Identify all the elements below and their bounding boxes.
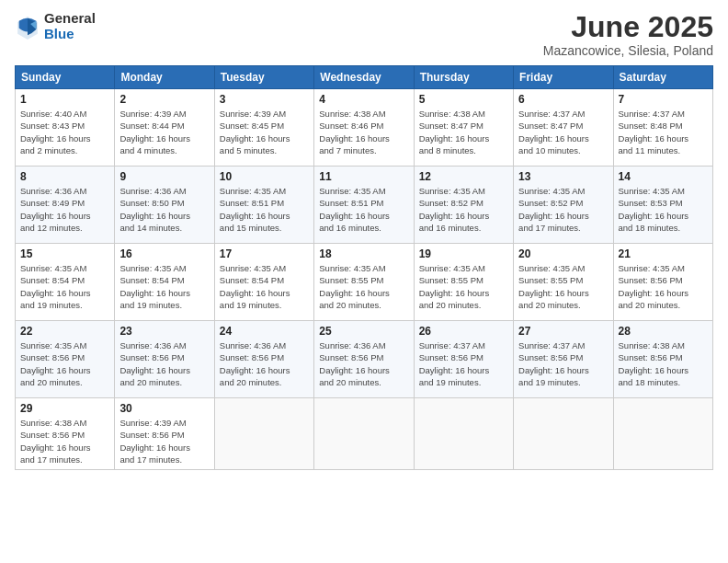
day-info: Sunrise: 4:36 AM Sunset: 8:56 PM Dayligh… <box>119 339 209 388</box>
calendar-header-row: Sunday Monday Tuesday Wednesday Thursday… <box>16 66 713 89</box>
day-number: 10 <box>220 170 309 183</box>
day-info: Sunrise: 4:39 AM Sunset: 8:44 PM Dayligh… <box>119 108 209 156</box>
day-info: Sunrise: 4:38 AM Sunset: 8:46 PM Dayligh… <box>319 108 408 156</box>
day-number: 2 <box>119 93 209 106</box>
table-row: 7Sunrise: 4:37 AM Sunset: 8:48 PM Daylig… <box>613 89 712 167</box>
logo: General Blue <box>15 11 96 41</box>
day-number: 9 <box>119 170 209 183</box>
day-number: 17 <box>220 247 309 260</box>
calendar-title: June 2025 <box>543 11 713 43</box>
table-row: 2Sunrise: 4:39 AM Sunset: 8:44 PM Daylig… <box>115 89 214 167</box>
day-info: Sunrise: 4:36 AM Sunset: 8:56 PM Dayligh… <box>220 339 309 388</box>
table-row: 19Sunrise: 4:35 AM Sunset: 8:55 PM Dayli… <box>414 244 513 321</box>
day-info: Sunrise: 4:37 AM Sunset: 8:56 PM Dayligh… <box>518 339 608 388</box>
table-row: 23Sunrise: 4:36 AM Sunset: 8:56 PM Dayli… <box>115 321 214 398</box>
col-monday: Monday <box>115 66 214 89</box>
col-wednesday: Wednesday <box>314 66 414 89</box>
day-number: 1 <box>20 93 109 106</box>
day-number: 23 <box>119 325 209 338</box>
day-number: 16 <box>119 247 209 260</box>
day-info: Sunrise: 4:35 AM Sunset: 8:52 PM Dayligh… <box>518 185 608 234</box>
col-tuesday: Tuesday <box>214 66 313 89</box>
day-number: 20 <box>518 247 608 260</box>
logo-general-text: General <box>44 11 96 27</box>
table-row: 5Sunrise: 4:38 AM Sunset: 8:47 PM Daylig… <box>414 89 513 167</box>
table-row <box>514 398 613 470</box>
table-row: 25Sunrise: 4:36 AM Sunset: 8:56 PM Dayli… <box>314 321 414 398</box>
table-row: 15Sunrise: 4:35 AM Sunset: 8:54 PM Dayli… <box>16 244 115 321</box>
header: General Blue June 2025 Mazancowice, Sile… <box>15 11 713 58</box>
table-row: 22Sunrise: 4:35 AM Sunset: 8:56 PM Dayli… <box>16 321 115 398</box>
day-number: 18 <box>319 247 408 260</box>
day-number: 5 <box>419 93 508 106</box>
table-row: 6Sunrise: 4:37 AM Sunset: 8:47 PM Daylig… <box>514 89 613 167</box>
day-number: 22 <box>20 325 109 338</box>
calendar-location: Mazancowice, Silesia, Poland <box>543 43 713 58</box>
table-row <box>414 398 513 470</box>
day-info: Sunrise: 4:36 AM Sunset: 8:56 PM Dayligh… <box>319 339 408 388</box>
generalblue-logo-icon <box>15 14 40 40</box>
day-info: Sunrise: 4:36 AM Sunset: 8:49 PM Dayligh… <box>20 185 109 234</box>
table-row: 14Sunrise: 4:35 AM Sunset: 8:53 PM Dayli… <box>613 167 712 244</box>
day-info: Sunrise: 4:35 AM Sunset: 8:55 PM Dayligh… <box>419 262 508 311</box>
day-info: Sunrise: 4:35 AM Sunset: 8:52 PM Dayligh… <box>419 185 508 234</box>
table-row: 13Sunrise: 4:35 AM Sunset: 8:52 PM Dayli… <box>514 167 613 244</box>
page: General Blue June 2025 Mazancowice, Sile… <box>0 0 728 563</box>
table-row: 9Sunrise: 4:36 AM Sunset: 8:50 PM Daylig… <box>115 167 214 244</box>
day-info: Sunrise: 4:35 AM Sunset: 8:54 PM Dayligh… <box>220 262 309 311</box>
day-number: 6 <box>518 93 608 106</box>
table-row: 8Sunrise: 4:36 AM Sunset: 8:49 PM Daylig… <box>16 167 115 244</box>
title-block: June 2025 Mazancowice, Silesia, Poland <box>543 11 713 58</box>
logo-text: General Blue <box>44 11 96 41</box>
day-info: Sunrise: 4:35 AM Sunset: 8:56 PM Dayligh… <box>619 262 708 311</box>
day-number: 26 <box>419 325 508 338</box>
day-number: 11 <box>319 170 408 183</box>
col-friday: Friday <box>514 66 613 89</box>
day-number: 7 <box>619 93 708 106</box>
day-number: 8 <box>20 170 109 183</box>
day-info: Sunrise: 4:35 AM Sunset: 8:56 PM Dayligh… <box>20 339 109 388</box>
table-row: 4Sunrise: 4:38 AM Sunset: 8:46 PM Daylig… <box>314 89 414 167</box>
table-row: 30Sunrise: 4:39 AM Sunset: 8:56 PM Dayli… <box>115 398 214 470</box>
table-row: 16Sunrise: 4:35 AM Sunset: 8:54 PM Dayli… <box>115 244 214 321</box>
day-info: Sunrise: 4:37 AM Sunset: 8:56 PM Dayligh… <box>419 339 508 388</box>
col-sunday: Sunday <box>16 66 115 89</box>
day-info: Sunrise: 4:35 AM Sunset: 8:55 PM Dayligh… <box>518 262 608 311</box>
day-info: Sunrise: 4:35 AM Sunset: 8:53 PM Dayligh… <box>619 185 708 234</box>
col-thursday: Thursday <box>414 66 513 89</box>
table-row: 18Sunrise: 4:35 AM Sunset: 8:55 PM Dayli… <box>314 244 414 321</box>
day-number: 28 <box>619 325 708 338</box>
table-row: 12Sunrise: 4:35 AM Sunset: 8:52 PM Dayli… <box>414 167 513 244</box>
day-number: 29 <box>20 402 109 415</box>
day-number: 15 <box>20 247 109 260</box>
table-row <box>613 398 712 470</box>
day-number: 30 <box>119 402 209 415</box>
day-info: Sunrise: 4:35 AM Sunset: 8:54 PM Dayligh… <box>119 262 209 311</box>
day-number: 3 <box>220 93 309 106</box>
table-row: 21Sunrise: 4:35 AM Sunset: 8:56 PM Dayli… <box>613 244 712 321</box>
day-info: Sunrise: 4:35 AM Sunset: 8:55 PM Dayligh… <box>319 262 408 311</box>
day-info: Sunrise: 4:37 AM Sunset: 8:47 PM Dayligh… <box>518 108 608 156</box>
table-row: 28Sunrise: 4:38 AM Sunset: 8:56 PM Dayli… <box>613 321 712 398</box>
table-row: 27Sunrise: 4:37 AM Sunset: 8:56 PM Dayli… <box>514 321 613 398</box>
table-row <box>214 398 313 470</box>
day-number: 27 <box>518 325 608 338</box>
table-row: 17Sunrise: 4:35 AM Sunset: 8:54 PM Dayli… <box>214 244 313 321</box>
day-info: Sunrise: 4:35 AM Sunset: 8:51 PM Dayligh… <box>319 185 408 234</box>
day-number: 25 <box>319 325 408 338</box>
table-row: 20Sunrise: 4:35 AM Sunset: 8:55 PM Dayli… <box>514 244 613 321</box>
day-number: 12 <box>419 170 508 183</box>
col-saturday: Saturday <box>613 66 712 89</box>
day-info: Sunrise: 4:38 AM Sunset: 8:47 PM Dayligh… <box>419 108 508 156</box>
table-row: 29Sunrise: 4:38 AM Sunset: 8:56 PM Dayli… <box>16 398 115 470</box>
day-info: Sunrise: 4:38 AM Sunset: 8:56 PM Dayligh… <box>20 417 109 465</box>
table-row: 10Sunrise: 4:35 AM Sunset: 8:51 PM Dayli… <box>214 167 313 244</box>
day-number: 19 <box>419 247 508 260</box>
table-row: 1Sunrise: 4:40 AM Sunset: 8:43 PM Daylig… <box>16 89 115 167</box>
day-info: Sunrise: 4:36 AM Sunset: 8:50 PM Dayligh… <box>119 185 209 234</box>
day-info: Sunrise: 4:37 AM Sunset: 8:48 PM Dayligh… <box>619 108 708 156</box>
day-info: Sunrise: 4:40 AM Sunset: 8:43 PM Dayligh… <box>20 108 109 156</box>
table-row: 24Sunrise: 4:36 AM Sunset: 8:56 PM Dayli… <box>214 321 313 398</box>
day-info: Sunrise: 4:39 AM Sunset: 8:56 PM Dayligh… <box>119 417 209 465</box>
day-info: Sunrise: 4:35 AM Sunset: 8:54 PM Dayligh… <box>20 262 109 311</box>
